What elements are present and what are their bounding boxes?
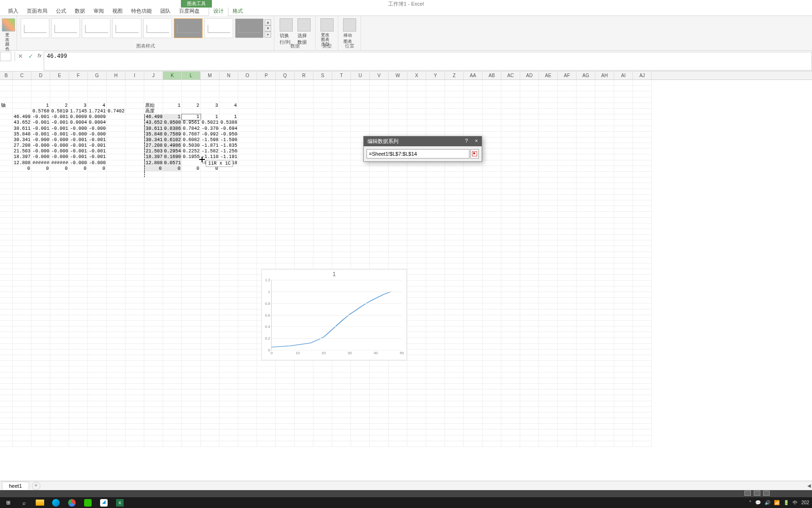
search-icon[interactable]: ⌕ (16, 497, 32, 508)
start-button[interactable]: ⊞ (0, 497, 16, 508)
dialog-help-button[interactable]: ? (465, 138, 468, 143)
ribbon: 更改 颜色 ▲▼▾ 图表样式 切换行/列 选择数据 数据 更改 图表类型 类型 … (0, 16, 812, 51)
tab-format[interactable]: 格式 (228, 7, 247, 16)
tab-insert[interactable]: 插入 (4, 7, 23, 16)
ime-indicator[interactable]: 中 (793, 500, 797, 506)
switch-row-col-button[interactable]: 切换行/列 (277, 17, 295, 47)
chart-tools-contextual: 图表工具 (181, 0, 212, 8)
styles-group-label: 图表样式 (17, 43, 274, 49)
add-sheet-button[interactable]: + (32, 482, 40, 490)
view-buttons[interactable] (744, 491, 770, 496)
chart-style-3[interactable] (82, 18, 110, 38)
series-range-input[interactable] (367, 149, 469, 159)
tab-data[interactable]: 数据 (70, 7, 89, 16)
sheet-tabs-bar: heet1 + ◀ (0, 481, 812, 490)
sheet-tab-1[interactable]: heet1 (2, 482, 29, 490)
chart-style-7[interactable] (204, 18, 233, 38)
name-box[interactable] (0, 52, 11, 61)
tab-baidu[interactable]: 百度网盘 (175, 7, 204, 16)
status-bar (0, 490, 812, 497)
tray-clock[interactable]: 202 (801, 500, 809, 505)
dialog-title-text: 编辑数据系列 (367, 138, 398, 145)
excel-taskbar-icon[interactable]: X (112, 497, 128, 508)
change-colors-button[interactable]: 更改 颜色 (3, 17, 14, 52)
chart-tools-label: 图表工具 (181, 0, 212, 8)
chart-style-1[interactable] (21, 18, 49, 38)
location-group-label: 位置 (338, 43, 360, 49)
accept-formula-icon[interactable]: ✓ (25, 52, 36, 61)
app-icon[interactable]: ◢ (96, 497, 112, 508)
tray-battery-icon[interactable]: 🔋 (783, 500, 789, 505)
ribbon-tabs: 插入 页面布局 公式 数据 审阅 视图 特色功能 团队 百度网盘 设计 格式 (0, 8, 812, 16)
chart-style-8[interactable] (235, 18, 264, 38)
tab-team[interactable]: 团队 (156, 7, 175, 16)
tab-design[interactable]: 设计 (209, 6, 228, 16)
edge-icon[interactable] (48, 497, 64, 508)
file-explorer-icon[interactable] (32, 497, 48, 508)
svg-rect-1 (473, 152, 475, 154)
range-picker-button[interactable] (470, 149, 479, 159)
tray-wifi-icon[interactable]: 📶 (774, 500, 780, 505)
tray-chevron-icon[interactable]: ˄ (749, 500, 751, 505)
tab-page-layout[interactable]: 页面布局 (23, 7, 52, 16)
tab-formulas[interactable]: 公式 (52, 7, 70, 16)
chart-style-6[interactable] (174, 18, 203, 38)
column-headers[interactable]: BCDEFGHIJKLMNOPQRSTUVWXYZAAABACADAEAFAGA… (0, 71, 812, 80)
edit-series-dialog[interactable]: 编辑数据系列 ? × (363, 136, 482, 162)
chart-plot-area: 00.20.40.60.811.201020304050 (271, 280, 402, 350)
tray-sound-icon[interactable]: 🔊 (765, 500, 770, 505)
chrome-icon[interactable] (64, 497, 80, 508)
embedded-chart[interactable]: 1 00.20.40.60.811.201020304050 (261, 269, 407, 360)
wechat-icon[interactable] (80, 497, 96, 508)
chart-style-4[interactable] (112, 18, 141, 38)
change-colors-label: 更改 颜色 (5, 32, 11, 51)
selection-size-tooltip: 11R x 1C (206, 160, 233, 167)
dialog-titlebar[interactable]: 编辑数据系列 ? × (364, 136, 482, 146)
chart-style-5[interactable] (143, 18, 172, 38)
titlebar: 图表工具 工作簿1 - Excel (0, 0, 812, 8)
cancel-formula-icon[interactable]: ✕ (15, 52, 25, 61)
hscroll-arrow-icon[interactable]: ◀ (806, 483, 812, 488)
select-data-button[interactable]: 选择数据 (295, 17, 313, 47)
system-tray[interactable]: ˄ 💬 🔊 📶 🔋 中 202 (749, 500, 812, 506)
formula-bar: ✕ ✓ fx 46.499 (0, 51, 812, 71)
taskbar: ⊞ ⌕ ◢ X ˄ 💬 🔊 📶 🔋 中 202 (0, 497, 812, 508)
type-group-label: 类型 (316, 43, 338, 49)
app-title: 工作簿1 - Excel (388, 0, 424, 8)
dialog-close-button[interactable]: × (475, 138, 478, 143)
styles-scroll[interactable]: ▲▼▾ (265, 17, 271, 39)
tray-chat-icon[interactable]: 💬 (755, 500, 761, 505)
chart-style-2[interactable] (51, 18, 80, 38)
formula-input[interactable]: 46.499 (44, 52, 812, 71)
data-group-label: 数据 (274, 43, 315, 49)
tab-view[interactable]: 视图 (108, 7, 127, 16)
tab-review[interactable]: 审阅 (89, 7, 108, 16)
fx-icon[interactable]: fx (36, 52, 44, 59)
move-chart-button[interactable]: 移动图表 (341, 17, 358, 46)
chart-title: 1 (262, 270, 406, 278)
tab-special[interactable]: 特色功能 (127, 7, 156, 16)
